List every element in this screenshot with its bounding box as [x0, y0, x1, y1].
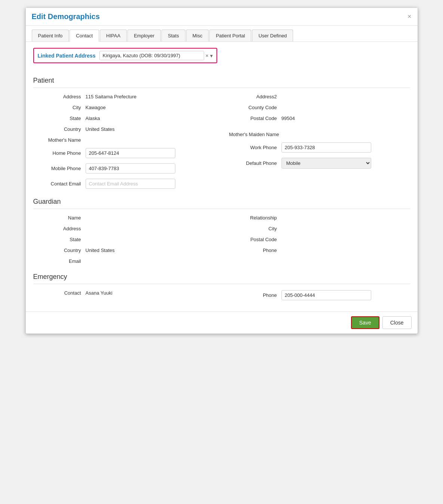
- patient-section: Patient Address 115 Saitama Prefecture C…: [33, 77, 410, 194]
- mobile-phone-label: Mobile Phone: [33, 166, 86, 171]
- postal-code-value: 99504: [282, 116, 295, 121]
- guardian-country-label: Country: [33, 248, 86, 253]
- address-value: 115 Saitama Prefecture: [86, 94, 137, 99]
- contact-email-label: Contact Email: [33, 181, 86, 187]
- tab-employer[interactable]: Employer: [127, 30, 161, 42]
- save-button[interactable]: Save: [351, 316, 379, 329]
- guardian-email-label: Email: [33, 258, 86, 264]
- linked-patient-box: Linked Patient Address × ▾: [33, 48, 217, 63]
- modal-body: Linked Patient Address × ▾ Patient Addre…: [26, 42, 418, 311]
- guardian-state-label: State: [33, 237, 86, 242]
- guardian-phone-row: Phone: [229, 248, 410, 253]
- address2-label: Address2: [229, 94, 282, 99]
- guardian-country-value: United States: [86, 248, 115, 253]
- linked-patient-value-container: × ▾: [99, 51, 213, 60]
- emergency-contact-row: Contact Asana Yuuki: [33, 290, 214, 296]
- mothers-name-row: Mother's Name: [33, 137, 214, 143]
- modal-title: Edit Demographics: [32, 12, 100, 21]
- tab-stats[interactable]: Stats: [161, 30, 185, 42]
- guardian-address-row: Address: [33, 226, 214, 231]
- address-label: Address: [33, 94, 86, 99]
- contact-email-input[interactable]: [86, 179, 175, 189]
- guardian-state-row: State: [33, 237, 214, 242]
- guardian-relationship-label: Relationship: [229, 215, 282, 221]
- state-row: State Alaska: [33, 116, 214, 121]
- tab-user-defined[interactable]: User Defined: [252, 30, 293, 42]
- default-phone-row: Default Phone Mobile Home Work: [229, 158, 410, 169]
- guardian-email-row: Email: [33, 258, 214, 264]
- state-label: State: [33, 116, 86, 121]
- home-phone-input[interactable]: [86, 148, 175, 158]
- modal-footer: Save Close: [26, 311, 418, 334]
- guardian-right-col: Relationship City Postal Code Phone: [222, 215, 410, 269]
- city-label: City: [33, 105, 86, 110]
- guardian-section-title: Guardian: [33, 198, 410, 206]
- patient-left-col: Address 115 Saitama Prefecture City Kawa…: [33, 94, 222, 194]
- mothers-maiden-name-row: Mother's Maiden Name: [229, 132, 410, 137]
- tab-patient-info[interactable]: Patient Info: [32, 30, 69, 42]
- guardian-city-label: City: [229, 226, 282, 231]
- emergency-contact-label: Contact: [33, 290, 86, 296]
- emergency-phone-label: Phone: [229, 292, 282, 298]
- emergency-contact-value: Asana Yuuki: [86, 290, 113, 296]
- address2-row: Address2: [229, 94, 410, 99]
- close-button[interactable]: Close: [382, 316, 412, 329]
- emergency-right-col: Phone: [222, 290, 410, 305]
- city-row: City Kawagoe: [33, 105, 214, 110]
- work-phone-row: Work Phone: [229, 142, 410, 153]
- emergency-divider: [33, 284, 410, 284]
- tab-patient-portal[interactable]: Patient Portal: [209, 30, 251, 42]
- emergency-section: Emergency Contact Asana Yuuki Phone: [33, 273, 410, 305]
- country-label: Country: [33, 126, 86, 132]
- modal-close-button[interactable]: ×: [407, 13, 412, 21]
- address-row: Address 115 Saitama Prefecture: [33, 94, 214, 99]
- default-phone-label: Default Phone: [229, 160, 282, 166]
- emergency-left-col: Contact Asana Yuuki: [33, 290, 222, 305]
- guardian-city-row: City: [229, 226, 410, 231]
- guardian-phone-label: Phone: [229, 248, 282, 253]
- emergency-form-grid: Contact Asana Yuuki Phone: [33, 290, 410, 305]
- work-phone-label: Work Phone: [229, 145, 282, 150]
- contact-email-row: Contact Email: [33, 179, 214, 189]
- country-value: United States: [86, 126, 115, 132]
- state-value: Alaska: [86, 116, 100, 121]
- emergency-section-title: Emergency: [33, 273, 410, 281]
- guardian-section: Guardian Name Address State: [33, 198, 410, 269]
- linked-patient-label: Linked Patient Address: [38, 53, 96, 59]
- city-value: Kawagoe: [86, 105, 106, 110]
- mothers-name-label: Mother's Name: [33, 137, 86, 143]
- edit-demographics-modal: Edit Demographics × Patient Info Contact…: [25, 7, 418, 334]
- linked-patient-input[interactable]: [99, 51, 204, 60]
- linked-patient-clear-icon[interactable]: ×: [206, 53, 209, 59]
- work-phone-input[interactable]: [282, 142, 371, 153]
- guardian-divider: [33, 209, 410, 209]
- country-row: Country United States: [33, 126, 214, 132]
- guardian-country-row: Country United States: [33, 248, 214, 253]
- emergency-phone-input[interactable]: [282, 290, 371, 300]
- patient-form-grid: Address 115 Saitama Prefecture City Kawa…: [33, 94, 410, 194]
- guardian-relationship-row: Relationship: [229, 215, 410, 221]
- postal-code-label: Postal Code: [229, 116, 282, 121]
- mobile-phone-input[interactable]: [86, 163, 175, 173]
- patient-divider: [33, 87, 410, 88]
- modal-header: Edit Demographics ×: [26, 8, 418, 26]
- guardian-name-label: Name: [33, 215, 86, 221]
- guardian-address-label: Address: [33, 226, 86, 231]
- linked-patient-row: Linked Patient Address × ▾: [33, 48, 410, 70]
- tab-contact[interactable]: Contact: [70, 30, 99, 42]
- guardian-postal-code-label: Postal Code: [229, 237, 282, 242]
- postal-code-row: Postal Code 99504: [229, 116, 410, 121]
- tab-hipaa[interactable]: HIPAA: [100, 30, 127, 42]
- guardian-form-grid: Name Address State Country United States: [33, 215, 410, 269]
- mobile-phone-row: Mobile Phone: [33, 163, 214, 173]
- tab-misc[interactable]: Misc: [186, 30, 209, 42]
- patient-section-title: Patient: [33, 77, 410, 84]
- mothers-maiden-name-label: Mother's Maiden Name: [229, 132, 284, 137]
- county-code-label: County Code: [229, 105, 282, 110]
- linked-patient-dropdown-icon[interactable]: ▾: [210, 53, 213, 59]
- emergency-phone-row: Phone: [229, 290, 410, 300]
- county-code-row: County Code: [229, 105, 410, 110]
- guardian-left-col: Name Address State Country United States: [33, 215, 222, 269]
- default-phone-select[interactable]: Mobile Home Work: [282, 158, 371, 169]
- home-phone-label: Home Phone: [33, 150, 86, 156]
